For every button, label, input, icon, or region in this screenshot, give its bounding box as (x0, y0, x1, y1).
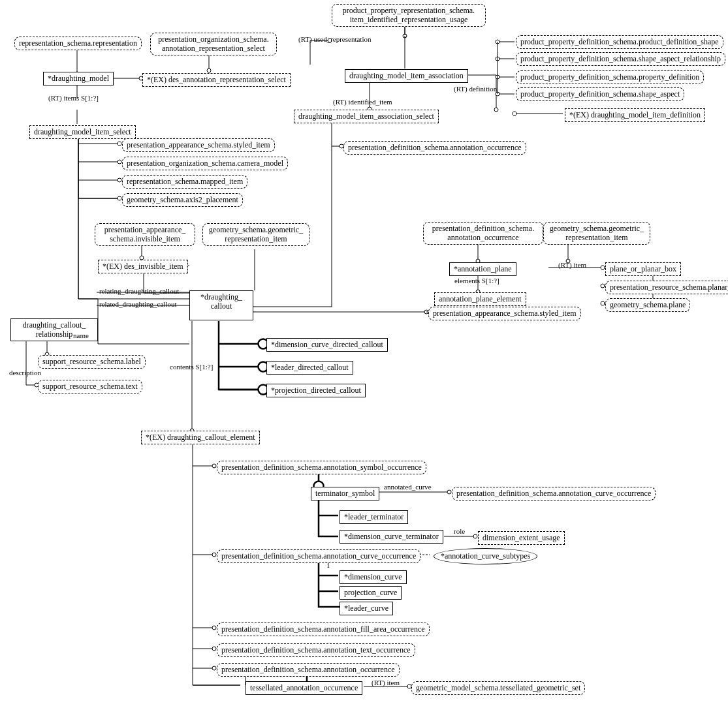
node-dc-element: *(EX) draughting_callout_element (141, 431, 260, 444)
node-leader-curve: *leader_curve (340, 602, 393, 615)
lbl: presentation_resource_schema.planar_box (610, 283, 728, 292)
lbl: dimension_extent_usage (483, 533, 560, 542)
lbl-role: role (454, 527, 465, 535)
lbl: plane_or_planar_box (610, 264, 676, 273)
lbl-identified-item: (RT) identified_item (333, 98, 392, 106)
node-pds-fill-area: presentation_definition_schema.annotatio… (217, 623, 430, 636)
node-ppd-sa: product_property_definition_schema.shape… (516, 87, 684, 101)
node-annot-plane-el: annotation_plane_element (434, 292, 526, 306)
lbl: *leader_directed_callout (271, 363, 349, 372)
lbl-items: (RT) items S[1:?] (48, 94, 99, 102)
node-ppd-pd: product_property_definition_schema.prope… (516, 70, 704, 84)
node-dim-curve-terminator: *dimension_curve_terminator (340, 530, 443, 544)
node-srs-text: support_resource_schema.text (38, 380, 142, 393)
lbl: presentation_appearance_ schema.invisibl… (104, 225, 186, 243)
node-pds-annot-occ-top: presentation_definition_schema. annotati… (423, 222, 543, 245)
node-projection-curve: projection_curve (340, 586, 402, 600)
lbl: draughting_model_item_select (34, 127, 131, 136)
node-gs-axis2: geometry_schema.axis2_placement (122, 193, 243, 207)
node-pds-annot-occ3: presentation_definition_schema.annotatio… (217, 663, 400, 677)
node-leader-callout: *leader_directed_callout (266, 361, 353, 375)
lbl: tessellated_annotation_occurrence (250, 683, 358, 692)
node-ppr-item-ident: product_property_representation_schema. … (332, 4, 486, 27)
lbl: geometry_schema.geometric_ representatio… (550, 224, 644, 242)
lbl: presentation_definition_schema.annotatio… (221, 624, 425, 634)
lbl-one: 1 (326, 561, 330, 569)
lbl: support_resource_schema.text (42, 382, 138, 391)
lbl: presentation_definition_schema.annotatio… (221, 463, 422, 472)
lbl: *leader_terminator (344, 512, 404, 521)
lbl: product_property_representation_schema. … (343, 6, 475, 24)
node-proj-callout: *projection_directed_callout (266, 384, 366, 397)
node-pas-invisible: presentation_appearance_ schema.invisibl… (95, 223, 195, 246)
lbl: presentation_definition_schema.annotatio… (456, 489, 651, 498)
lbl: geometric_model_schema.tessellated_geome… (416, 683, 580, 692)
lbl: presentation_definition_schema. annotati… (432, 224, 534, 242)
node-rs-mapped: representation_schema.mapped_item (122, 175, 247, 189)
node-dm-item-def: *(EX) draughting_model_item_definition (565, 108, 705, 122)
lbl: presentation_definition_schema.annotatio… (221, 551, 416, 561)
lbl-definition: (RT) definition (454, 85, 497, 93)
node-dim-curve-callout: *dimension_curve_directed_callout (266, 338, 388, 352)
lbl: representation_schema.mapped_item (127, 177, 243, 186)
lbl: *dimension_curve_directed_callout (271, 340, 383, 349)
node-gms-tess: geometric_model_schema.tessellated_geome… (411, 681, 585, 695)
lbl: geometry_schema.axis2_placement (127, 195, 238, 204)
lbl-contents: contents S[1:?] (170, 363, 213, 371)
lbl-name: name (73, 331, 89, 339)
lbl: representation_schema.representation (19, 38, 137, 48)
lbl: *annotation_plane (454, 264, 512, 273)
lbl: *(EX) des_annotation_representation_sele… (147, 75, 286, 84)
lbl-used-rep: (RT) used_representation (298, 35, 371, 43)
lbl: presentation_definition_schema.annotatio… (221, 665, 395, 674)
node-dm-item-assoc-sel: draughting_model_item_association_select (294, 110, 439, 123)
lbl: *projection_directed_callout (271, 386, 361, 395)
node-pres-org-annot-sel: presentation_organization_schema. annota… (150, 33, 277, 55)
lbl: *leader_curve (344, 604, 388, 613)
lbl: *draughting_model (48, 74, 109, 83)
lbl: annotation_plane_element (439, 294, 522, 303)
lbl: *annotation_curve_subtypes (441, 551, 530, 561)
lbl: draughting_model_item_association_select (298, 112, 434, 121)
node-pos-camera: presentation_organization_schema.camera_… (122, 157, 288, 170)
node-prs-planar-box: presentation_resource_schema.planar_box (605, 281, 728, 294)
lbl: support_resource_schema.label (42, 357, 141, 366)
node-srs-label: support_resource_schema.label (38, 355, 146, 369)
node-plane-or-box: plane_or_planar_box (605, 262, 681, 276)
lbl: product_property_definition_schema.prope… (520, 72, 699, 82)
lbl: *dimension_curve_terminator (344, 532, 439, 541)
node-dim-extent-usage: dimension_extent_usage (478, 531, 565, 545)
lbl: product_property_definition_schema.shape… (520, 54, 721, 63)
lbl-rt-item: (RT) item (558, 261, 586, 269)
lbl: presentation_definition_schema.annotatio… (348, 143, 522, 152)
node-gs-geom-rep: geometry_schema.geometric_ representatio… (202, 223, 309, 246)
lbl: product_property_definition_schema.produ… (520, 37, 719, 46)
node-tess-annot: tessellated_annotation_occurrence (245, 681, 362, 695)
lbl: projection_curve (344, 588, 397, 597)
node-pds-annot-curve2: presentation_definition_schema.annotatio… (217, 549, 420, 563)
lbl: *(EX) draughting_callout_element (146, 433, 255, 442)
lbl-description: description (9, 369, 41, 377)
lbl: terminator_symbol (315, 489, 375, 498)
lbl: *draughting_ callout (200, 292, 242, 311)
lbl: *(EX) des_invisible_item (103, 262, 183, 271)
node-pds-annot-occ-mid: presentation_definition_schema.annotatio… (343, 141, 526, 155)
node-draughting-model: *draughting_model (43, 72, 114, 85)
node-dm-item-sel: draughting_model_item_select (29, 125, 136, 139)
lbl: *dimension_curve (344, 572, 402, 581)
node-des-invisible: *(EX) des_invisible_item (98, 260, 188, 273)
lbl: draughting_model_item_association (349, 71, 464, 80)
lbl-related-dc: related_draughting_callout (99, 300, 177, 308)
node-rep-schema-rep: representation_schema.representation (14, 37, 142, 50)
lbl-relating-dc: relating_draughting_callout (99, 287, 179, 295)
lbl: presentation_definition_schema.annotatio… (221, 645, 411, 654)
lbl: *(EX) draughting_model_item_definition (569, 110, 701, 119)
node-terminator-symbol: terminator_symbol (311, 487, 379, 500)
node-pds-text-occ: presentation_definition_schema.annotatio… (217, 643, 415, 657)
node-dimension-curve: *dimension_curve (340, 570, 407, 584)
node-pas-styled2: presentation_appearance_schema.styled_it… (428, 307, 581, 320)
node-gs-geom-rep2: geometry_schema.geometric_ representatio… (543, 222, 650, 245)
node-gs-plane: geometry_schema.plane (605, 298, 690, 312)
node-pas-styled: presentation_appearance_schema.styled_it… (122, 138, 275, 152)
node-ppd-shape: product_property_definition_schema.produ… (516, 35, 723, 49)
